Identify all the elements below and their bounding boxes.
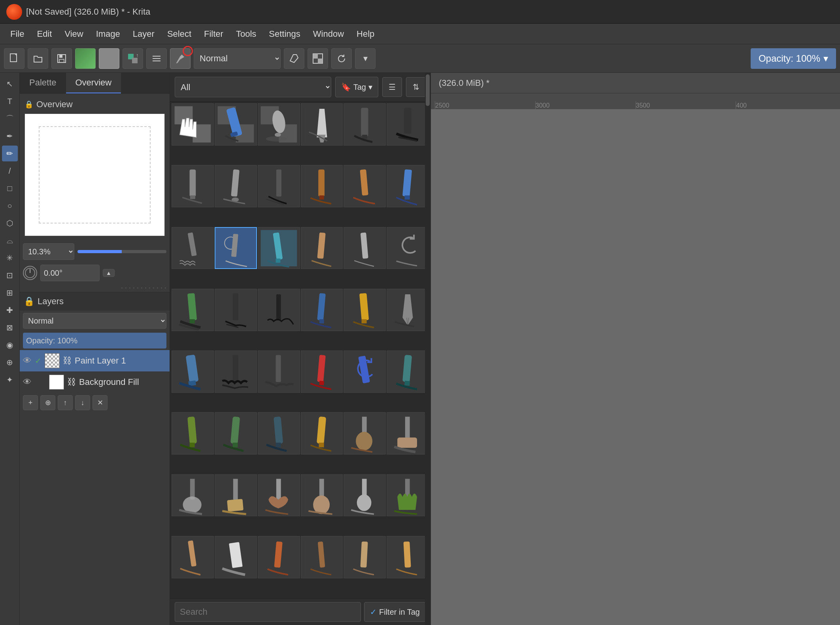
menu-file[interactable]: File [5,27,30,42]
tab-overview[interactable]: Overview [66,73,121,93]
brush-cell-29[interactable] [344,350,386,393]
brush-cell-46[interactable] [301,536,343,578]
pattern-button[interactable] [308,48,328,69]
brush-cell-32[interactable] [215,412,257,455]
color-sampler-tool[interactable]: ✦ [2,372,18,388]
zoom-tool[interactable]: ⊕ [2,354,18,370]
brush-cell-44[interactable] [215,536,257,578]
brush-cell-24[interactable] [387,289,429,331]
brush-filter-select[interactable]: All [175,77,331,97]
brush-cell-27[interactable] [258,350,300,393]
brush-cell-9[interactable] [258,165,300,207]
rect-tool[interactable]: □ [2,180,18,196]
move-layer-down-button[interactable]: ↓ [75,395,90,410]
brush-cell-48[interactable] [387,536,429,578]
transform2-tool[interactable]: ⊞ [2,285,18,301]
brush-cell-13[interactable] [172,227,214,269]
delete-layer-button[interactable]: ✕ [92,395,108,410]
tab-palette[interactable]: Palette [20,73,66,93]
brush-cell-34[interactable] [301,412,343,455]
blend-mode-select[interactable]: Normal Multiply Screen Overlay [194,48,281,69]
new-document-button[interactable] [4,48,25,69]
brush-list-icon-button[interactable]: ☰ [382,77,402,97]
brush-scrollbar-thumb[interactable] [426,74,430,106]
brush-cell-22[interactable] [301,289,343,331]
ellipse-tool[interactable]: ○ [2,198,18,214]
brush-cell-18[interactable] [387,227,429,269]
swap-colors-button[interactable]: ↑ [123,48,143,69]
layer-visibility-paint[interactable]: 👁 [23,356,32,366]
canvas-preview[interactable] [25,114,165,236]
brush-cell-30[interactable] [387,350,429,393]
rotation-up[interactable]: ▲ [103,269,115,277]
menu-view[interactable]: View [59,27,89,42]
brush-cell-35[interactable] [344,412,386,455]
brush-search-input[interactable] [175,602,361,622]
open-file-button[interactable] [28,48,48,69]
calligraphy-tool[interactable]: ✒ [2,128,18,144]
canvas-area[interactable] [431,109,840,625]
brush-cell-39[interactable] [258,474,300,517]
brush-cell-23[interactable] [344,289,386,331]
brush-cell-1[interactable] [172,103,214,146]
brush-cell-11[interactable] [344,165,386,207]
polygon-tool[interactable]: ⬡ [2,215,18,231]
refresh-button[interactable] [331,48,352,69]
measure-tool[interactable]: ◉ [2,337,18,353]
brush-cell-26[interactable] [215,350,257,393]
background-color-button[interactable] [99,48,119,69]
save-file-button[interactable] [51,48,72,69]
brush-tool-button[interactable] [170,48,191,69]
edit-shape-tool[interactable]: ⌒ [2,111,18,127]
menu-help[interactable]: Help [351,27,380,42]
layer-options-button[interactable] [146,48,167,69]
menu-image[interactable]: Image [91,27,126,42]
brush-cell-2[interactable] [215,103,257,146]
brush-cell-8[interactable] [215,165,257,207]
rotation-input[interactable] [40,265,100,281]
brush-cell-33[interactable] [258,412,300,455]
menu-filter[interactable]: Filter [198,27,229,42]
tag-button[interactable]: 🔖 Tag ▾ [335,77,378,97]
brush-cell-31[interactable] [172,412,214,455]
menu-layer[interactable]: Layer [127,27,160,42]
brush-cell-5[interactable] [344,103,386,146]
brush-cell-3[interactable] [258,103,300,146]
brush-cell-28[interactable] [301,350,343,393]
brush-cell-10[interactable] [301,165,343,207]
layer-blend-mode-select[interactable]: Normal [23,313,166,329]
copy-layer-button[interactable]: ⊕ [40,395,55,410]
brush-cell-41[interactable] [344,474,386,517]
brush-sort-icon-button[interactable]: ⇅ [406,77,426,97]
zoom-select[interactable]: 10.3% [23,243,74,260]
transform-tool[interactable]: ↖ [2,76,18,92]
menu-select[interactable]: Select [162,27,197,42]
menu-settings[interactable]: Settings [263,27,306,42]
brush-cell-43[interactable] [172,536,214,578]
layer-item-background[interactable]: 👁 ⛓ Background Fill [20,371,170,393]
layer-item-paint[interactable]: 👁 ✓ ⛓ Paint Layer 1 [20,350,170,371]
brush-cell-19[interactable] [172,289,214,331]
brush-cell-38[interactable] [215,474,257,517]
brush-cell-42[interactable] [387,474,429,517]
rotation-dial[interactable] [23,266,37,280]
line-tool[interactable]: / [2,163,18,179]
brush-cell-14[interactable] [215,227,257,269]
multibrush-tool[interactable]: ✳ [2,250,18,266]
layer-visibility-bg[interactable]: 👁 [23,377,32,387]
dropdown-button[interactable]: ▾ [355,48,376,69]
menu-window[interactable]: Window [308,27,349,42]
zoom-slider[interactable] [77,250,166,253]
brush-cell-4[interactable] [301,103,343,146]
menu-tools[interactable]: Tools [230,27,262,42]
brush-paint-tool[interactable]: ✏ [2,146,18,161]
move-tool[interactable]: ✚ [2,302,18,318]
brush-cell-40[interactable] [301,474,343,517]
brush-cell-7[interactable] [172,165,214,207]
bezier-tool[interactable]: ⌓ [2,233,18,248]
fill-tool[interactable]: ⊡ [2,267,18,283]
brush-cell-47[interactable] [344,536,386,578]
brush-cell-36[interactable] [387,412,429,455]
brush-cell-12[interactable] [387,165,429,207]
menu-edit[interactable]: Edit [31,27,57,42]
